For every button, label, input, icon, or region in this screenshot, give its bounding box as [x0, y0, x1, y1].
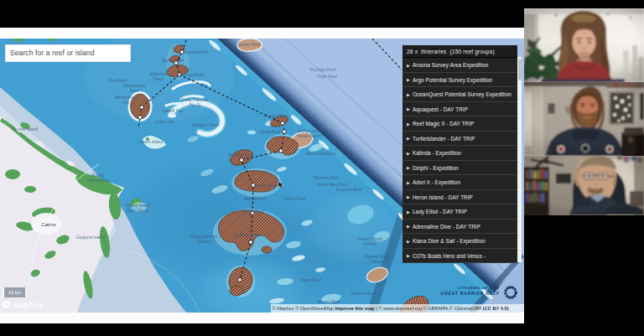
svg-text:Stevens Reef: Stevens Reef [351, 291, 377, 296]
svg-text:Patch: Patch [153, 76, 164, 81]
svg-text:(South): (South) [371, 259, 385, 264]
svg-text:Hastings Reef: Hastings Reef [177, 72, 204, 77]
svg-text:Shoal (North): Shoal (North) [297, 133, 322, 138]
svg-text:(North): (North) [197, 239, 210, 244]
svg-text:Upolu Reef: Upolu Reef [259, 129, 281, 134]
svg-text:Arlington Reef: Arlington Reef [192, 122, 219, 127]
svg-text:Thetford Reef: Thetford Reef [228, 152, 254, 158]
svg-text:Island Reef: Island Reef [87, 178, 109, 183]
svg-text:Upolu Cay: Upolu Cay [154, 119, 174, 124]
svg-text:Green Island: Green Island [139, 139, 164, 144]
svg-text:Cairns: Cairns [41, 222, 55, 227]
svg-text:Double Island: Double Island [13, 127, 39, 132]
svg-text:Pellowe Reef: Pellowe Reef [314, 175, 339, 180]
svg-text:Elford Reef ...: Elford Reef ... [245, 196, 271, 201]
svg-text:Euston Reef: Euston Reef [264, 113, 288, 118]
svg-text:Hope Reef: Hope Reef [317, 74, 338, 79]
svg-text:Saxon Reef: Saxon Reef [162, 58, 184, 63]
svg-text:Channel Reef: Channel Reef [336, 187, 362, 192]
svg-text:(North): (North) [363, 241, 377, 246]
svg-text:Sudbury Reef: Sudbury Reef [234, 232, 260, 237]
svg-text:Reef: Reef [130, 88, 139, 93]
svg-text:Baines Patches: Baines Patches [307, 151, 336, 156]
svg-text:Cay: Cay [122, 100, 130, 105]
svg-text:(No.2): (No.2) [189, 102, 200, 107]
svg-text:Norman Reef: Norman Reef [183, 49, 208, 54]
svg-text:Gunjurra Island: Gunjurra Island [76, 235, 105, 240]
svg-text:Maori Reef: Maori Reef [301, 277, 322, 282]
svg-text:Moore Reef: Moore Reef [254, 183, 277, 188]
svg-text:Vlasoff Cay: Vlasoff Cay [162, 108, 184, 113]
svg-text:Oyster Reef: Oyster Reef [238, 42, 261, 47]
svg-text:Briggs Reef: Briggs Reef [242, 209, 265, 214]
svg-text:Ruchola Reef: Ruchola Reef [310, 67, 336, 72]
svg-text:Reef (No.2): Reef (No.2) [127, 208, 148, 213]
svg-text:Elford Reef: Elford Reef [284, 196, 306, 201]
